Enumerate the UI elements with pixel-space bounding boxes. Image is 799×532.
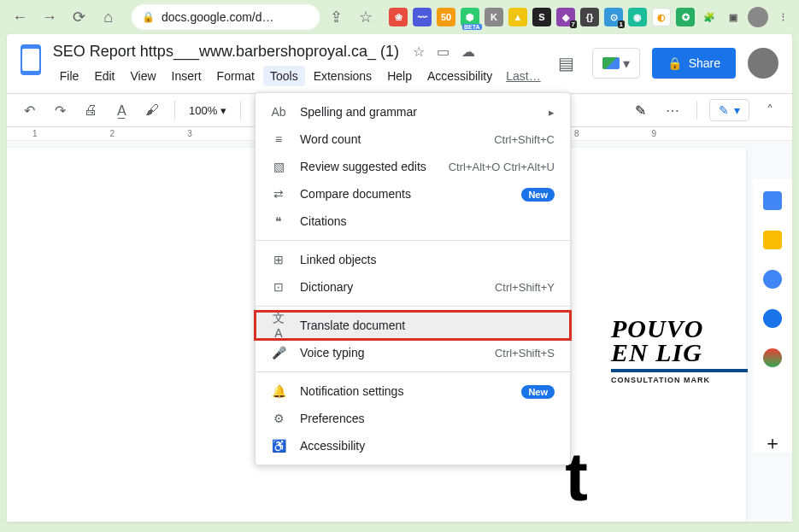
undo-button[interactable]: ↶ xyxy=(17,98,41,122)
extensions-tray: ❀ 〰 50 ⬢BETA K ▲ S ◆7 {} ⊙1 ◉ ◐ ✪ 🧩 ▣ ⋮ xyxy=(389,7,792,27)
ext-icon-2[interactable]: 〰 xyxy=(413,8,432,26)
tools-item-compare-documents[interactable]: ⇄Compare documentsNew xyxy=(256,180,570,208)
chrome-avatar[interactable] xyxy=(748,7,768,27)
editing-mode-button[interactable]: ✎ ▾ xyxy=(709,99,749,121)
menu-icon: 🎤 xyxy=(271,346,286,360)
calendar-icon[interactable] xyxy=(763,191,782,210)
home-button[interactable]: ⌂ xyxy=(96,3,122,31)
tools-item-word-count[interactable]: ≡Word countCtrl+Shift+C xyxy=(256,126,570,153)
panel-icon[interactable]: ▣ xyxy=(724,8,743,26)
ext-icon-3[interactable]: 50 xyxy=(437,8,455,26)
menu-icon: ⊞ xyxy=(271,253,286,266)
tools-dropdown: AbSpelling and grammar▸≡Word countCtrl+S… xyxy=(255,92,571,465)
chrome-menu-icon[interactable]: ⋮ xyxy=(773,8,792,26)
menu-label: Citations xyxy=(300,214,346,228)
browser-bar: ← → ⟳ ⌂ 🔒 docs.google.com/d… ⇪ ☆ ❀ 〰 50 … xyxy=(0,0,799,34)
menu-insert[interactable]: Insert xyxy=(165,66,209,86)
ext-icon-8[interactable]: ◆7 xyxy=(556,8,575,26)
menu-format[interactable]: Format xyxy=(210,66,261,86)
tools-item-review-suggested-edits[interactable]: ▧Review suggested editsCtrl+Alt+O Ctrl+A… xyxy=(256,153,570,180)
doc-title[interactable]: SEO Report https___www.barbershoproyal.c… xyxy=(53,43,399,61)
menu-accessibility[interactable]: Accessibility xyxy=(420,66,499,86)
menu-label: Voice typing xyxy=(300,346,365,360)
menu-label: Translate document xyxy=(300,319,405,332)
meet-button[interactable]: ▾ xyxy=(592,48,640,79)
menu-icon: ❝ xyxy=(271,214,286,228)
share-button[interactable]: 🔒Share xyxy=(652,48,736,79)
tools-item-notification-settings[interactable]: 🔔Notification settingsNew xyxy=(256,377,570,405)
bookmark-icon[interactable]: ☆ xyxy=(353,3,379,31)
ext-icon-4[interactable]: ⬢BETA xyxy=(461,8,479,26)
ext-icon-13[interactable]: ✪ xyxy=(676,8,695,26)
tools-item-preferences[interactable]: ⚙Preferences xyxy=(256,405,570,432)
ext-icon-7[interactable]: S xyxy=(532,8,551,26)
more-icon[interactable]: ⋯ xyxy=(661,98,684,122)
add-panel-icon[interactable]: ＋ xyxy=(763,434,782,453)
contacts-icon[interactable] xyxy=(763,309,782,328)
last-edit-link[interactable]: Last… xyxy=(506,66,540,86)
docs-menu: File Edit View Insert Format Tools Exten… xyxy=(53,66,541,86)
menu-icon: Ab xyxy=(271,105,286,119)
comments-icon[interactable]: ▤ xyxy=(553,50,580,77)
extensions-icon[interactable]: 🧩 xyxy=(700,8,719,26)
back-button[interactable]: ← xyxy=(7,3,33,31)
share-url-icon[interactable]: ⇪ xyxy=(323,3,350,31)
keep-icon[interactable] xyxy=(763,231,782,249)
menu-shortcut: Ctrl+Alt+O Ctrl+Alt+U xyxy=(449,161,555,173)
ext-icon-5[interactable]: K xyxy=(485,8,503,26)
ext-icon-11[interactable]: ◉ xyxy=(628,8,647,26)
menu-view[interactable]: View xyxy=(124,66,163,86)
cloud-icon[interactable]: ☁ xyxy=(461,44,475,60)
profile-avatar[interactable] xyxy=(748,48,778,79)
docs-logo[interactable] xyxy=(21,44,41,75)
collapse-icon[interactable]: ˄ xyxy=(758,98,782,122)
menu-label: Spelling and grammar xyxy=(300,105,417,119)
highlight-icon[interactable]: ✎ xyxy=(628,98,652,122)
menu-icon: 🔔 xyxy=(271,384,286,398)
menu-label: Linked objects xyxy=(300,253,377,266)
tools-item-linked-objects[interactable]: ⊞Linked objects xyxy=(256,246,570,273)
move-icon[interactable]: ▭ xyxy=(437,44,449,60)
menu-edit[interactable]: Edit xyxy=(87,66,121,86)
tools-item-dictionary[interactable]: ⊡DictionaryCtrl+Shift+Y xyxy=(256,273,570,301)
ext-icon-10[interactable]: ⊙1 xyxy=(604,8,623,26)
tools-item-citations[interactable]: ❝Citations xyxy=(256,208,570,235)
menu-label: Dictionary xyxy=(300,280,353,294)
forward-button[interactable]: → xyxy=(37,3,63,31)
ext-icon-12[interactable]: ◐ xyxy=(652,8,671,26)
spellcheck-button[interactable]: A̲ xyxy=(109,98,133,122)
menu-icon: ♿ xyxy=(271,439,286,453)
ext-icon-1[interactable]: ❀ xyxy=(389,8,408,26)
ext-icon-9[interactable]: {} xyxy=(580,8,599,26)
menu-icon: ▧ xyxy=(271,160,286,173)
paint-format-button[interactable]: 🖌 xyxy=(140,98,164,122)
star-icon[interactable]: ☆ xyxy=(413,44,425,60)
ext-icon-6[interactable]: ▲ xyxy=(508,8,527,26)
print-button[interactable]: 🖨 xyxy=(79,98,103,122)
lock-icon: 🔒 xyxy=(142,11,155,23)
url-bar[interactable]: 🔒 docs.google.com/d… xyxy=(132,4,320,30)
menu-icon: ≡ xyxy=(271,132,286,146)
menu-file[interactable]: File xyxy=(53,66,86,86)
menu-label: Notification settings xyxy=(300,384,403,398)
menu-shortcut: Ctrl+Shift+Y xyxy=(495,281,555,294)
menu-help[interactable]: Help xyxy=(380,66,419,86)
menu-icon: ⇄ xyxy=(271,187,286,201)
tasks-icon[interactable] xyxy=(763,270,782,289)
reload-button[interactable]: ⟳ xyxy=(66,3,92,31)
docs-header: SEO Report https___www.barbershoproyal.c… xyxy=(7,34,792,86)
tools-item-spelling-and-grammar[interactable]: AbSpelling and grammar▸ xyxy=(256,98,570,126)
zoom-select[interactable]: 100% ▾ xyxy=(185,102,230,119)
menu-extensions[interactable]: Extensions xyxy=(307,66,379,86)
tools-item-translate-document[interactable]: 文ATranslate document xyxy=(256,312,570,339)
url-text: docs.google.com/d… xyxy=(162,10,274,24)
redo-button[interactable]: ↷ xyxy=(48,98,72,122)
tools-item-voice-typing[interactable]: 🎤Voice typingCtrl+Shift+S xyxy=(256,339,570,366)
maps-icon[interactable] xyxy=(763,348,782,367)
menu-icon: ⊡ xyxy=(271,280,286,294)
lock-icon: 🔒 xyxy=(667,56,682,70)
menu-label: Preferences xyxy=(300,412,364,425)
tools-item-accessibility[interactable]: ♿Accessibility xyxy=(256,432,570,459)
menu-tools[interactable]: Tools xyxy=(263,66,305,86)
menu-shortcut: ▸ xyxy=(549,106,555,119)
